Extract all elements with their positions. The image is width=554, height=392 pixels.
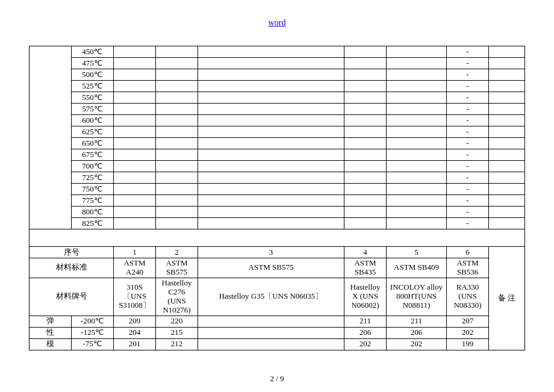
value-cell: 206 [387, 327, 447, 338]
value-cell [156, 218, 198, 229]
table-row: 材料牌号310S〔UNS S31008〕Hastelloy C276 (UNS … [30, 278, 525, 316]
temp-cell: 450℃ [72, 46, 114, 58]
value-cell [198, 138, 344, 149]
value-cell [489, 138, 525, 149]
value-cell [198, 327, 344, 338]
value-cell [198, 218, 344, 229]
table-row: 725℃- [30, 172, 525, 184]
value-cell [344, 46, 387, 58]
value-cell [198, 126, 344, 138]
value-cell [387, 184, 447, 195]
temp-cell: 525℃ [72, 81, 114, 92]
value-cell [198, 338, 344, 350]
value-cell [156, 92, 198, 104]
table-row: 750℃- [30, 184, 525, 195]
value-cell [387, 58, 447, 69]
value-cell [387, 115, 447, 126]
value-cell: 220 [156, 316, 198, 327]
value-cell: 202 [447, 327, 489, 338]
value-cell: 202 [387, 338, 447, 350]
value-cell [114, 58, 156, 69]
value-cell [344, 115, 387, 126]
value-cell [156, 184, 198, 195]
dash-cell: - [447, 138, 489, 149]
value-cell [387, 81, 447, 92]
value-cell [489, 81, 525, 92]
value-cell: 212 [156, 338, 198, 350]
value-cell: ASTM SB575 [156, 258, 198, 278]
value-cell: ASTM SB435 [344, 258, 387, 278]
value-cell [156, 104, 198, 115]
table-row: 550℃- [30, 92, 525, 104]
separator-row [30, 229, 525, 247]
value-cell: INCOLOY alloy 800HT(UNS N08811) [387, 278, 447, 316]
temp-cell: 600℃ [72, 115, 114, 126]
value-cell [344, 184, 387, 195]
table-row: 600℃- [30, 115, 525, 126]
value-cell [387, 69, 447, 81]
dash-cell: - [447, 207, 489, 218]
dash-cell: - [447, 92, 489, 104]
table-row: 800℃- [30, 207, 525, 218]
value-cell [156, 195, 198, 207]
value-cell [387, 104, 447, 115]
value-cell [156, 207, 198, 218]
value-cell [114, 104, 156, 115]
value-cell [344, 138, 387, 149]
temp-cell: 775℃ [72, 195, 114, 207]
value-cell [114, 161, 156, 172]
temp-cell: 550℃ [72, 92, 114, 104]
value-cell: 206 [344, 327, 387, 338]
temp-cell: -200℃ [72, 316, 114, 327]
value-cell [156, 69, 198, 81]
value-cell: 202 [344, 338, 387, 350]
temp-cell: -125℃ [72, 327, 114, 338]
temp-cell: 625℃ [72, 126, 114, 138]
value-cell [489, 104, 525, 115]
value-cell: 1 [114, 247, 156, 258]
value-cell [114, 195, 156, 207]
value-cell: 207 [447, 316, 489, 327]
value-cell [489, 149, 525, 161]
value-cell [387, 92, 447, 104]
value-cell [198, 207, 344, 218]
value-cell: 204 [114, 327, 156, 338]
temp-cell: 650℃ [72, 138, 114, 149]
header-link[interactable]: word [0, 18, 554, 28]
row-label: 序号 [30, 247, 114, 258]
value-cell [198, 195, 344, 207]
value-cell [198, 184, 344, 195]
value-cell [489, 126, 525, 138]
value-cell [198, 149, 344, 161]
value-cell: RA330 (UNS N08330) [447, 278, 489, 316]
value-cell [344, 69, 387, 81]
value-cell [489, 161, 525, 172]
table-row: 475℃- [30, 58, 525, 69]
value-cell [198, 81, 344, 92]
dash-cell: - [447, 81, 489, 92]
value-cell: 6 [447, 247, 489, 258]
table-row: 700℃- [30, 161, 525, 172]
table-row: 模-75℃201212202202199 [30, 338, 525, 350]
value-cell: 211 [387, 316, 447, 327]
value-cell: 201 [114, 338, 156, 350]
value-cell [344, 172, 387, 184]
dash-cell: - [447, 126, 489, 138]
value-cell: 310S〔UNS S31008〕 [114, 278, 156, 316]
group-label-char: 模 [30, 338, 72, 350]
temp-cell: 500℃ [72, 69, 114, 81]
value-cell [198, 161, 344, 172]
value-cell [114, 92, 156, 104]
note-cell: 备 注 [489, 247, 525, 350]
value-cell [114, 172, 156, 184]
row-label: 材料牌号 [30, 278, 114, 316]
value-cell: ASTM SB575 [198, 258, 344, 278]
data-table: 450℃-475℃-500℃-525℃-550℃-575℃-600℃-625℃-… [29, 46, 525, 350]
temp-cell: 700℃ [72, 161, 114, 172]
value-cell: ASTM SB409 [387, 258, 447, 278]
value-cell [114, 138, 156, 149]
value-cell [489, 115, 525, 126]
value-cell [489, 69, 525, 81]
table-row: 650℃- [30, 138, 525, 149]
table-row: 825℃- [30, 218, 525, 229]
